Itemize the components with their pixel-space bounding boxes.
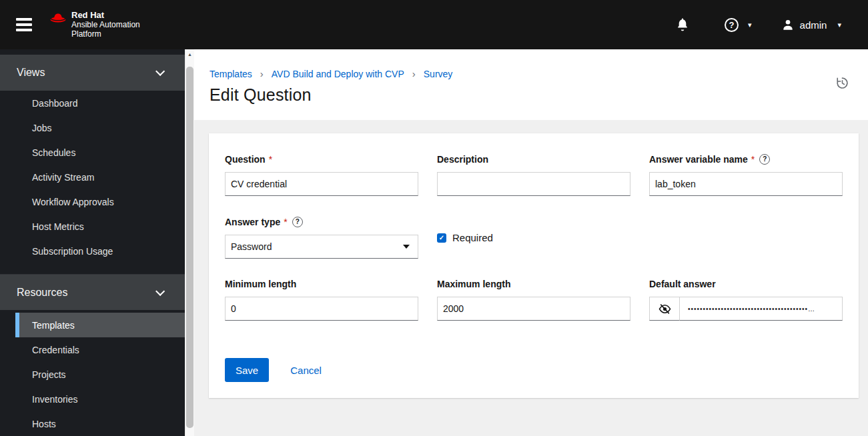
sidebar-item-templates[interactable]: Templates (15, 313, 185, 337)
redhat-hat-icon (49, 12, 67, 25)
user-menu-button[interactable]: admin ▾ (781, 18, 841, 31)
edit-question-form-card: Question * Description Answer variab (209, 133, 859, 398)
default-answer-input[interactable] (679, 297, 843, 321)
brand-logo: Red Hat Ansible Automation Platform (49, 11, 140, 39)
nav-toggle-hamburger-icon[interactable] (16, 18, 32, 31)
chevron-down-icon: ▾ (837, 21, 841, 29)
breadcrumb-separator: › (412, 68, 416, 79)
required-asterisk: * (751, 154, 755, 165)
chevron-down-icon (155, 67, 165, 76)
answer-variable-name-label: Answer variable name (649, 154, 748, 165)
user-icon (781, 18, 795, 31)
minimum-length-label: Minimum length (225, 279, 296, 289)
sidebar-item-subscription-usage[interactable]: Subscription Usage (15, 239, 185, 263)
answer-variable-name-input[interactable] (649, 172, 843, 196)
toggle-password-visibility-button[interactable] (649, 297, 680, 321)
maximum-length-input[interactable] (437, 297, 630, 321)
description-label: Description (437, 154, 488, 165)
maximum-length-label: Maximum length (437, 279, 510, 289)
brand-line3: Platform (71, 29, 140, 39)
description-input[interactable] (437, 172, 630, 196)
breadcrumb-survey[interactable]: Survey (424, 69, 453, 79)
brand-line2: Ansible Automation (71, 20, 140, 29)
question-input[interactable] (225, 172, 418, 196)
sidebar-item-host-metrics[interactable]: Host Metrics (15, 214, 185, 239)
masthead: Red Hat Ansible Automation Platform ? ▾ … (0, 0, 868, 49)
required-asterisk: * (269, 154, 272, 165)
help-menu-button[interactable]: ? ▾ (725, 18, 752, 32)
sidebar-item-workflow-approvals[interactable]: Workflow Approvals (15, 189, 185, 214)
answer-type-label: Answer type (225, 217, 280, 227)
required-asterisk: * (284, 217, 287, 227)
cancel-button[interactable]: Cancel (290, 365, 322, 376)
sidebar-nav: Views Dashboard Jobs Schedules Activity … (0, 49, 185, 436)
vertical-scrollbar: ▲ (185, 49, 194, 436)
sidebar-item-inventories[interactable]: Inventories (15, 387, 185, 411)
chevron-down-icon (155, 286, 165, 295)
notifications-button[interactable] (675, 17, 690, 32)
section-label: Resources (17, 287, 67, 299)
sidebar-item-credentials[interactable]: Credentials (15, 337, 185, 362)
section-label: Views (17, 67, 45, 79)
chevron-down-icon: ▾ (748, 21, 752, 29)
breadcrumb-template-name[interactable]: AVD Build and Deploy with CVP (272, 69, 404, 79)
minimum-length-input[interactable] (225, 297, 418, 321)
sidebar-section-views[interactable]: Views (0, 55, 185, 91)
required-checkbox[interactable]: ✓ (437, 233, 446, 243)
sidebar-item-schedules[interactable]: Schedules (15, 140, 185, 165)
brand-line1: Red Hat (71, 11, 140, 20)
help-popover-icon[interactable]: ? (759, 154, 770, 165)
question-label: Question (225, 154, 266, 165)
help-icon: ? (725, 18, 739, 32)
default-answer-label: Default answer (649, 279, 716, 289)
chevron-down-icon (403, 245, 410, 249)
breadcrumb: Templates › AVD Build and Deploy with CV… (209, 68, 852, 79)
sidebar-item-projects[interactable]: Projects (15, 362, 185, 387)
bell-icon (675, 17, 690, 32)
page-header: Templates › AVD Build and Deploy with CV… (194, 49, 868, 120)
sidebar-item-dashboard[interactable]: Dashboard (15, 91, 185, 115)
required-checkbox-field: ✓ Required (437, 216, 630, 259)
page-body: Question * Description Answer variab (194, 120, 868, 436)
required-checkbox-label[interactable]: Required (452, 232, 493, 243)
breadcrumb-separator: › (260, 68, 264, 79)
sidebar-item-hosts[interactable]: Hosts (15, 411, 185, 436)
username-label: admin (800, 19, 827, 31)
default-answer-group (649, 297, 843, 321)
answer-type-selected-value: Password (231, 241, 272, 252)
answer-type-select[interactable]: Password (225, 235, 418, 259)
main-content: Templates › AVD Build and Deploy with CV… (194, 49, 868, 436)
breadcrumb-templates[interactable]: Templates (209, 69, 252, 79)
history-icon (835, 76, 849, 90)
sidebar-item-activity-stream[interactable]: Activity Stream (15, 165, 185, 189)
eye-slash-icon (659, 303, 671, 315)
scrollbar-thumb[interactable] (186, 67, 193, 428)
help-popover-icon[interactable]: ? (292, 217, 303, 227)
page-title: Edit Question (209, 85, 852, 105)
scrollbar-up-arrow[interactable]: ▲ (185, 49, 194, 59)
activity-history-button[interactable] (835, 76, 849, 92)
sidebar-item-jobs[interactable]: Jobs (15, 115, 185, 140)
save-button[interactable]: Save (225, 358, 269, 382)
sidebar-section-resources[interactable]: Resources (0, 274, 185, 310)
